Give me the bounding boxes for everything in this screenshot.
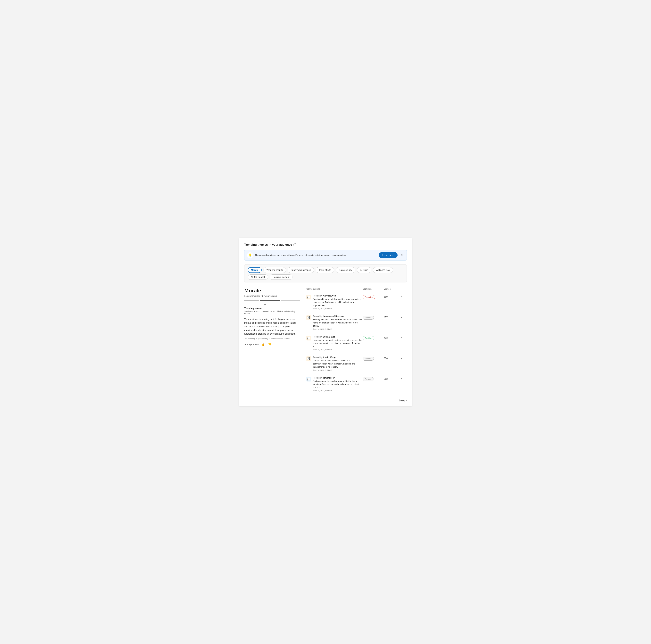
conv-date-0: June 14, 2023, 9:34 AM <box>313 308 363 310</box>
main-card: Trending themes in your audience i 💡 The… <box>239 238 412 406</box>
conv-text-0: Feeling a bit down lately about the team… <box>313 298 363 307</box>
sparkle-icon: ✦ <box>244 343 246 346</box>
conv-views-2: 413 <box>384 336 400 339</box>
conv-author-1: Posted by Lawrence Gilbertson <box>313 315 363 317</box>
conv-sentiment-3: Neutral <box>363 356 384 361</box>
detail-stats: 15 conversations • 275 participants <box>244 295 300 297</box>
ai-disclaimer: The summary is generated by AI and may n… <box>244 338 300 340</box>
table-row: 💬 Posted by Tim Deboer Noticing some ten… <box>306 374 407 394</box>
ai-generated-badge: ✦ AI-generated <box>244 343 258 346</box>
thumbs-up-button[interactable]: 👍 <box>260 342 266 346</box>
page-title: Trending themes in your audience <box>244 243 292 246</box>
theme-tag-year-end-results[interactable]: Year end results <box>263 267 286 273</box>
themes-tags: MoraleYear end resultsSupply chain issue… <box>248 267 403 280</box>
trend-icon-0[interactable]: ↗ <box>400 295 407 299</box>
bar-neutral <box>260 300 280 301</box>
ai-footer: ✦ AI-generated 👍 👎 <box>244 342 300 346</box>
theme-tag-supply-chain-issues[interactable]: Supply chain issues <box>287 267 314 273</box>
theme-tag-ai-bugs[interactable]: AI Bugs <box>357 267 371 273</box>
theme-tag-hacking-incident[interactable]: Hacking incident <box>270 274 293 280</box>
conv-text-2: Love seeing the positive vibes spreading… <box>313 338 363 348</box>
table-row: 💬 Posted by Lawrence Gilbertson Feeling … <box>306 312 407 333</box>
conv-date-2: June 14, 2023, 9:34 AM <box>313 349 363 350</box>
conv-sentiment-2: Positive <box>363 336 384 340</box>
thumbs-down-button[interactable]: 👎 <box>267 342 272 346</box>
conv-views-4: 352 <box>384 376 400 380</box>
conv-main-4: 💬 Posted by Tim Deboer Noticing some ten… <box>306 376 363 392</box>
bar-positive <box>281 300 300 301</box>
conv-text-1: Feeling a bit disconnected from the team… <box>313 318 363 328</box>
trend-icon-3[interactable]: ↗ <box>400 356 407 360</box>
theme-tag-data-security[interactable]: Data security <box>336 267 355 273</box>
conv-main-3: 💬 Posted by Astrid Wong Lately, I've fel… <box>306 356 363 371</box>
sentiment-bar <box>244 300 300 301</box>
conv-author-0: Posted by Amy Nguyen <box>313 295 363 297</box>
right-panel: Conversations Sentiment Views ↓ 💬 Posted… <box>306 288 407 402</box>
conv-body-4: Posted by Tim Deboer Noticing some tensi… <box>313 376 363 392</box>
trending-desc: Sentiment across conversations with this… <box>244 310 300 315</box>
conv-icon-0: 💬 <box>306 295 311 300</box>
table-header: Conversations Sentiment Views ↓ <box>306 288 407 292</box>
conv-text-4: Noticing some tension brewing within the… <box>313 379 363 389</box>
conv-body-2: Posted by Lydia Bauer Love seeing the po… <box>313 336 363 351</box>
sentiment-badge-2: Positive <box>363 336 374 340</box>
sentiment-badge-4: Neutral <box>363 377 374 381</box>
learn-more-button[interactable]: Learn more <box>379 252 398 258</box>
bar-negative <box>244 300 259 301</box>
table-row: 💬 Posted by Astrid Wong Lately, I've fel… <box>306 354 407 374</box>
left-panel: Morale 15 conversations • 275 participan… <box>244 288 300 402</box>
conv-sentiment-1: Neutral <box>363 315 384 319</box>
trend-icon-1[interactable]: ↗ <box>400 315 407 319</box>
ai-banner: 💡 Themes and sentiment are powered by AI… <box>244 250 407 260</box>
conv-author-3: Posted by Astrid Wong <box>313 356 363 359</box>
conv-author-2: Posted by Lydia Bauer <box>313 336 363 338</box>
sort-arrow-icon: ↓ <box>390 288 391 290</box>
conv-date-1: June 14, 2023, 9:34 AM <box>313 328 363 330</box>
sentiment-badge-1: Neutral <box>363 316 374 319</box>
ai-generated-label: AI-generated <box>247 343 258 345</box>
next-chevron-icon: › <box>406 399 407 402</box>
conv-icon-3: 💬 <box>306 356 311 361</box>
conv-views-0: 589 <box>384 295 400 298</box>
page-title-row: Trending themes in your audience i <box>244 243 407 246</box>
themes-section: MoraleYear end resultsSupply chain issue… <box>244 265 407 282</box>
conv-sentiment-0: Negative <box>363 295 384 299</box>
conv-date-4: June 14, 2023, 9:34 AM <box>313 390 363 392</box>
ai-banner-icon: 💡 <box>247 252 253 258</box>
participants-count: 275 participants <box>262 295 277 297</box>
theme-tag-wellness-day[interactable]: Wellness Day <box>373 267 393 273</box>
conv-icon-2: 💬 <box>306 336 311 340</box>
conv-body-0: Posted by Amy Nguyen Feeling a bit down … <box>313 295 363 310</box>
conv-icon-4: 💬 <box>306 377 311 381</box>
conv-author-4: Posted by Tim Deboer <box>313 376 363 379</box>
sentiment-badge-0: Negative <box>363 295 375 299</box>
conv-main-0: 💬 Posted by Amy Nguyen Feeling a bit dow… <box>306 295 363 310</box>
theme-tag-ai-job-impact[interactable]: AI Job Impact <box>248 274 268 280</box>
conv-icon-1: 💬 <box>306 315 311 320</box>
conv-main-1: 💬 Posted by Lawrence Gilbertson Feeling … <box>306 315 363 330</box>
next-button[interactable]: Next › <box>399 399 407 402</box>
info-icon[interactable]: i <box>293 243 296 246</box>
conv-main-2: 💬 Posted by Lydia Bauer Love seeing the … <box>306 336 363 351</box>
theme-description: Your audience is sharing their feelings … <box>244 317 300 336</box>
detail-title: Morale <box>244 288 300 294</box>
main-content: Morale 15 conversations • 275 participan… <box>244 288 407 402</box>
next-footer: Next › <box>306 397 407 402</box>
conv-views-3: 376 <box>384 356 400 360</box>
banner-text: Themes and sentiment are powered by AI. … <box>255 254 377 256</box>
separator: • <box>261 295 262 297</box>
trend-icon-2[interactable]: ↗ <box>400 336 407 340</box>
next-label: Next <box>399 399 405 402</box>
theme-tag-team-offsite[interactable]: Team offsite <box>316 267 334 273</box>
conv-date-3: June 14, 2023, 9:34 AM <box>313 369 363 371</box>
trend-icon-4[interactable]: ↗ <box>400 376 407 381</box>
header-conversations: Conversations <box>306 288 363 290</box>
conversation-rows: 💬 Posted by Amy Nguyen Feeling a bit dow… <box>306 292 407 394</box>
conv-sentiment-4: Neutral <box>363 376 384 381</box>
conv-body-1: Posted by Lawrence Gilbertson Feeling a … <box>313 315 363 330</box>
banner-close-button[interactable]: × <box>400 253 404 257</box>
conv-text-3: Lately, I've felt frustrated with the la… <box>313 359 363 369</box>
theme-tag-morale[interactable]: Morale <box>248 267 261 273</box>
conv-views-1: 477 <box>384 315 400 318</box>
trending-label: Trending neutral <box>244 307 300 310</box>
